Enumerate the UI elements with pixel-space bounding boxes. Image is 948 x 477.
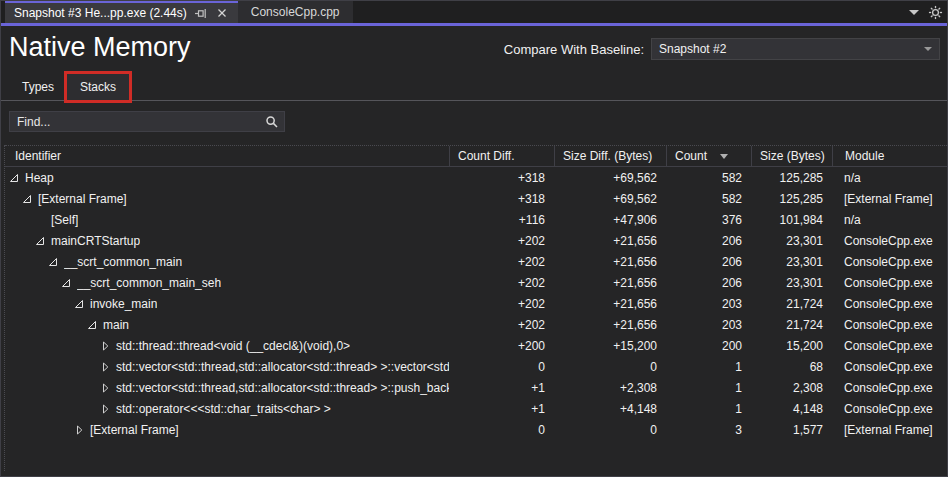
size-diff-cell: +69,562 [554, 167, 666, 188]
tab-stacks[interactable]: Stacks [67, 73, 129, 100]
tab-types[interactable]: Types [9, 73, 67, 100]
count-cell: 582 [666, 167, 751, 188]
size-diff-cell: +69,562 [554, 188, 666, 209]
identifier-text: __scrt_common_main [64, 255, 182, 269]
tab-stacks-label: Stacks [80, 80, 116, 94]
column-header-count[interactable]: Count [666, 146, 751, 166]
column-header-size[interactable]: Size (Bytes) [751, 146, 832, 166]
identifier-cell: std::vector<std::thread,std::allocator<s… [5, 356, 449, 377]
identifier-text: [External Frame] [90, 423, 179, 437]
size-cell: 21,724 [751, 314, 832, 335]
count-diff-cell: +1 [449, 398, 554, 419]
tab-label: ConsoleCpp.cpp [251, 5, 340, 19]
table-row[interactable]: __scrt_common_main_seh+202+21,65620623,3… [5, 272, 947, 293]
identifier-cell: invoke_main [5, 293, 449, 314]
collapse-node-icon[interactable] [35, 236, 51, 246]
size-diff-cell: +21,656 [554, 314, 666, 335]
view-tab-bar: Types Stacks [1, 73, 947, 101]
column-header-size-diff[interactable]: Size Diff. (Bytes) [554, 146, 666, 166]
count-cell: 206 [666, 272, 751, 293]
table-row[interactable]: std::vector<std::thread,std::allocator<s… [5, 377, 947, 398]
table-row[interactable]: main+202+21,65620321,724ConsoleCpp.exe [5, 314, 947, 335]
identifier-cell: Heap [5, 167, 449, 188]
gear-icon[interactable] [926, 1, 944, 23]
size-diff-cell: +15,200 [554, 335, 666, 356]
identifier-cell: std::operator<<<std::char_traits<char> > [5, 398, 449, 419]
module-cell: ConsoleCpp.exe [832, 272, 947, 293]
pin-icon[interactable] [194, 6, 208, 20]
identifier-text: [External Frame] [38, 192, 127, 206]
size-cell: 2,308 [751, 377, 832, 398]
identifier-cell: std::thread::thread<void (__cdecl&)(void… [5, 335, 449, 356]
page-title: Native Memory [9, 30, 191, 64]
tab-consolecpp[interactable]: ConsoleCpp.cpp [238, 1, 353, 23]
table-row[interactable]: Heap+318+69,562582125,285n/a [5, 167, 947, 188]
tab-label: Snapshot #3 He...pp.exe (2.44s) [14, 6, 187, 20]
column-header-module[interactable]: Module [832, 146, 947, 166]
column-header-count-diff[interactable]: Count Diff. [449, 146, 554, 166]
collapse-node-icon[interactable] [87, 320, 103, 330]
expand-node-icon[interactable] [100, 382, 116, 394]
table-row[interactable]: mainCRTStartup+202+21,65620623,301Consol… [5, 230, 947, 251]
table-row[interactable]: std::vector<std::thread,std::allocator<s… [5, 356, 947, 377]
module-cell: ConsoleCpp.exe [832, 377, 947, 398]
count-cell: 376 [666, 209, 751, 230]
module-cell: [External Frame] [832, 188, 947, 209]
baseline-picker: Compare With Baseline: Snapshot #2 [504, 38, 940, 60]
baseline-value: Snapshot #2 [659, 42, 924, 56]
size-cell: 23,301 [751, 230, 832, 251]
chevron-down-icon[interactable] [905, 1, 923, 23]
identifier-cell: main [5, 314, 449, 335]
expand-node-icon[interactable] [100, 340, 116, 352]
identifier-text: std::operator<<<std::char_traits<char> > [116, 402, 331, 416]
identifier-cell: [External Frame] [5, 188, 449, 209]
collapse-node-icon[interactable] [74, 299, 90, 309]
expand-node-icon[interactable] [100, 361, 116, 373]
find-row [9, 111, 939, 132]
baseline-combobox[interactable]: Snapshot #2 [651, 38, 940, 60]
close-icon[interactable] [215, 6, 229, 20]
identifier-text: Heap [25, 171, 54, 185]
count-diff-cell: +116 [449, 209, 554, 230]
count-diff-cell: +202 [449, 293, 554, 314]
search-icon[interactable] [265, 115, 279, 129]
count-cell: 582 [666, 188, 751, 209]
collapse-node-icon[interactable] [61, 278, 77, 288]
size-cell: 68 [751, 356, 832, 377]
tab-snapshot-3[interactable]: Snapshot #3 He...pp.exe (2.44s) [5, 1, 238, 23]
table-row[interactable]: [Self]+116+47,906376101,984n/a [5, 209, 947, 230]
tab-types-label: Types [22, 80, 54, 94]
chevron-down-icon [924, 47, 932, 51]
table-body: Heap+318+69,562582125,285n/a[External Fr… [5, 167, 947, 440]
table-row[interactable]: __scrt_common_main+202+21,65620623,301Co… [5, 251, 947, 272]
size-cell: 23,301 [751, 251, 832, 272]
count-cell: 1 [666, 377, 751, 398]
table-row[interactable]: std::thread::thread<void (__cdecl&)(void… [5, 335, 947, 356]
identifier-text: __scrt_common_main_seh [77, 276, 221, 290]
size-cell: 4,148 [751, 398, 832, 419]
collapse-node-icon[interactable] [22, 194, 38, 204]
module-cell: ConsoleCpp.exe [832, 293, 947, 314]
expand-node-icon[interactable] [74, 424, 90, 436]
table-row[interactable]: [External Frame]+318+69,562582125,285[Ex… [5, 188, 947, 209]
module-cell: ConsoleCpp.exe [832, 356, 947, 377]
collapse-node-icon[interactable] [9, 173, 25, 183]
identifier-text: invoke_main [90, 297, 157, 311]
identifier-cell: [External Frame] [5, 419, 449, 440]
module-cell: n/a [832, 209, 947, 230]
count-diff-cell: +202 [449, 251, 554, 272]
module-cell: ConsoleCpp.exe [832, 251, 947, 272]
identifier-text: std::vector<std::thread,std::allocator<s… [116, 360, 449, 374]
table-row[interactable]: [External Frame]0031,577[External Frame] [5, 419, 947, 440]
identifier-text: [Self] [51, 213, 78, 227]
count-cell: 206 [666, 251, 751, 272]
expand-node-icon[interactable] [100, 403, 116, 415]
table-row[interactable]: invoke_main+202+21,65620321,724ConsoleCp… [5, 293, 947, 314]
column-header-identifier[interactable]: Identifier [5, 146, 449, 166]
table-row[interactable]: std::operator<<<std::char_traits<char> >… [5, 398, 947, 419]
size-cell: 21,724 [751, 293, 832, 314]
search-input[interactable] [17, 115, 265, 129]
document-tab-bar: Snapshot #3 He...pp.exe (2.44s) ConsoleC… [1, 1, 947, 26]
table-header-row: Identifier Count Diff. Size Diff. (Bytes… [5, 145, 947, 167]
collapse-node-icon[interactable] [48, 257, 64, 267]
